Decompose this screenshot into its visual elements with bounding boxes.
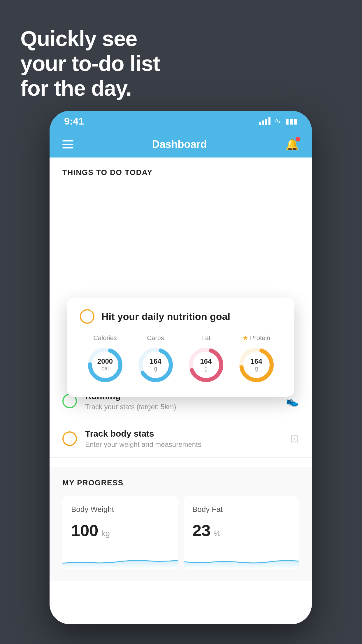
body-weight-title: Body Weight	[71, 505, 169, 514]
running-icon: 👟	[286, 395, 299, 407]
calories-label: Calories	[93, 334, 117, 342]
battery-icon: ▮▮▮	[285, 117, 297, 126]
protein-star-icon: ★	[242, 334, 248, 342]
wifi-icon: ∿	[275, 117, 281, 126]
body-stats-text: Track body stats Enter your weight and m…	[85, 429, 282, 449]
body-weight-card: Body Weight 100 kg	[62, 496, 178, 569]
body-fat-value: 23	[192, 521, 210, 540]
protein-label: ★Protein	[242, 334, 270, 342]
nutrition-protein: ★Protein 164 g	[238, 334, 275, 384]
body-weight-value: 100	[71, 521, 98, 540]
hero-text: Quickly see your to-do list for the day.	[20, 26, 160, 101]
carbs-donut: 164 g	[137, 346, 175, 384]
progress-header: MY PROGRESS	[62, 478, 299, 487]
nav-bar: Dashboard 🔔	[50, 131, 312, 158]
body-weight-chart	[62, 549, 178, 569]
signal-icon	[259, 117, 270, 125]
fat-label: Fat	[201, 334, 211, 342]
body-stats-checkbox[interactable]	[62, 431, 77, 446]
nutrition-checkbox[interactable]	[80, 309, 94, 324]
progress-section: MY PROGRESS Body Weight 100 kg	[50, 467, 312, 581]
list-item[interactable]: Track body stats Enter your weight and m…	[50, 420, 312, 457]
notification-bell-button[interactable]: 🔔	[285, 138, 299, 151]
progress-cards: Body Weight 100 kg	[62, 496, 299, 569]
calories-donut: 2000 cal	[86, 346, 124, 384]
body-stats-subtitle: Enter your weight and measurements	[85, 440, 282, 449]
nutrition-card: Hit your daily nutrition goal Calories 2…	[67, 298, 294, 397]
body-weight-unit: kg	[101, 529, 110, 538]
nutrition-card-title: Hit your daily nutrition goal	[101, 311, 230, 322]
body-fat-chart	[184, 549, 299, 569]
protein-donut: 164 g	[238, 346, 275, 384]
status-icons: ∿ ▮▮▮	[259, 117, 297, 126]
nutrition-calories: Calories 2000 cal	[86, 334, 124, 384]
nutrition-fat: Fat 164 g	[187, 334, 225, 384]
phone-frame: 9:41 ∿ ▮▮▮ Dashboard 🔔 THINGS TO DO TOD	[50, 111, 312, 624]
body-fat-title: Body Fat	[192, 505, 290, 514]
nutrition-carbs: Carbs 164 g	[137, 334, 175, 384]
body-stats-title: Track body stats	[85, 429, 282, 439]
nav-title: Dashboard	[152, 138, 207, 150]
nutrition-grid: Calories 2000 cal Carbs	[80, 334, 282, 384]
status-bar: 9:41 ∿ ▮▮▮	[50, 111, 312, 131]
todo-section-header: THINGS TO DO TODAY	[50, 158, 312, 183]
status-time: 9:41	[64, 116, 84, 127]
body-fat-unit: %	[213, 529, 221, 538]
scale-icon: ⊡	[290, 433, 299, 445]
notification-dot	[296, 137, 300, 141]
carbs-label: Carbs	[147, 334, 164, 342]
running-subtitle: Track your stats (target: 5km)	[85, 403, 278, 411]
fat-donut: 164 g	[187, 346, 225, 384]
menu-button[interactable]	[62, 140, 73, 148]
body-fat-card: Body Fat 23 %	[184, 496, 299, 569]
